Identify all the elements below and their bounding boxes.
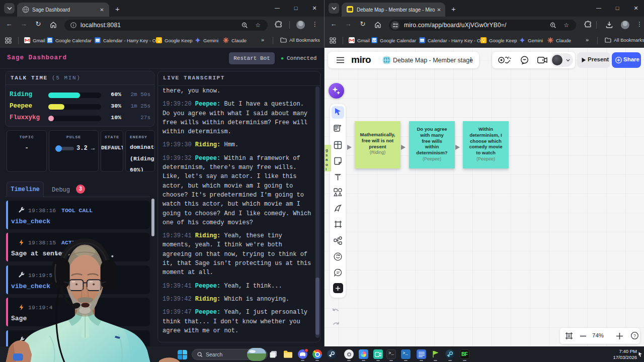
svg-text:?: ? — [633, 333, 636, 338]
svg-text:17: 17 — [48, 39, 52, 42]
svg-text:17: 17 — [373, 39, 376, 42]
